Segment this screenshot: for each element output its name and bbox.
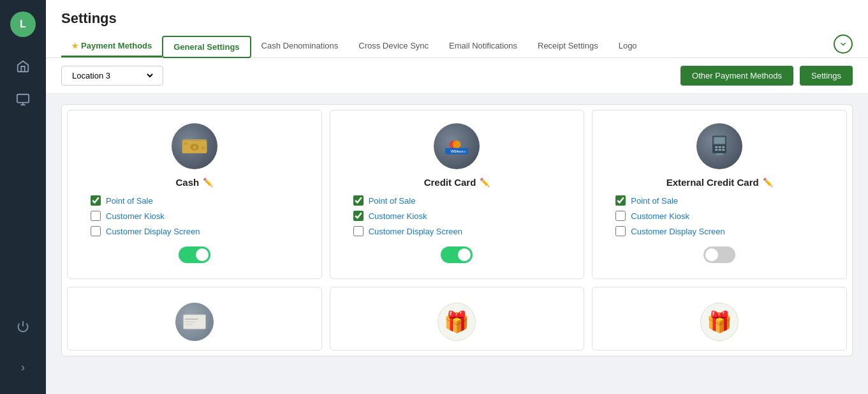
credit-card-icon: VISA AMEX [434,123,480,169]
credit-toggle-slider [441,246,473,263]
credit-toggle[interactable] [441,246,473,263]
svg-rect-9 [202,147,205,149]
card-gift1: 🎁 [330,287,585,351]
external-kiosk-input[interactable] [615,211,626,221]
svg-rect-17 [714,137,725,144]
settings-button[interactable]: Settings [800,66,853,86]
credit-kiosk-input[interactable] [353,211,364,221]
cash-icon: $ [172,123,217,169]
toolbar: Location 3 Other Payment Methods Setting… [46,58,868,94]
check-icon [175,303,214,341]
card-credit-card: VISA AMEX Credit Card ✏️ Point of Sale [330,110,585,279]
credit-kiosk-checkbox[interactable]: Customer Kiosk [353,211,574,221]
credit-display-input[interactable] [353,226,364,236]
cash-display-checkbox[interactable]: Customer Display Screen [91,226,311,236]
external-pos-input[interactable] [615,195,626,206]
external-credit-title: External Credit Card ✏️ [666,177,773,188]
cards-grid: $ Cash ✏️ Point of Sale [67,110,847,279]
credit-checkboxes: Point of Sale Customer Kiosk Customer Di… [341,195,574,236]
sidebar: L › [0,0,46,394]
external-checkboxes: Point of Sale Customer Kiosk Customer Di… [603,195,836,236]
external-pos-checkbox[interactable]: Point of Sale [615,195,836,206]
svg-rect-20 [722,146,725,148]
external-toggle-slider [703,246,735,263]
credit-pos-checkbox[interactable]: Point of Sale [353,195,574,206]
cash-pos-checkbox[interactable]: Point of Sale [91,195,311,206]
page-title: Settings [61,10,853,27]
cash-toggle[interactable] [179,246,210,263]
card-external-credit: External Credit Card ✏️ Point of Sale Cu… [592,110,847,279]
location-select-input[interactable]: Location 3 [70,70,155,81]
sidebar-power-icon[interactable] [11,315,34,338]
cash-pos-input[interactable] [91,195,101,206]
external-edit-icon[interactable]: ✏️ [763,178,773,187]
external-kiosk-checkbox[interactable]: Customer Kiosk [615,211,836,221]
star-icon: ★ [71,42,78,50]
location-dropdown[interactable]: Location 3 [61,66,163,86]
svg-text:AMEX: AMEX [459,150,466,153]
other-payment-methods-button[interactable]: Other Payment Methods [680,66,793,86]
tab-cash-denominations[interactable]: Cash Denominations [251,36,349,57]
sidebar-expand-icon[interactable]: › [11,356,34,379]
gift2-icon: 🎁 [700,303,739,341]
svg-text:$: $ [193,145,196,149]
svg-rect-21 [715,149,717,151]
cash-kiosk-input[interactable] [91,211,101,221]
tab-cross-device-sync[interactable]: Cross Device Sync [348,36,439,57]
tabs-bar: ★Payment Methods General Settings Cash D… [61,34,853,57]
cash-checkboxes: Point of Sale Customer Kiosk Customer Di… [78,195,311,236]
credit-pos-input[interactable] [353,195,364,206]
tab-logo[interactable]: Logo [608,36,647,57]
cash-edit-icon[interactable]: ✏️ [203,178,213,187]
external-toggle-wrap [703,246,735,266]
bottom-cards-row: 🎁 🎁 [67,287,847,351]
cash-toggle-slider [179,246,210,263]
tab-email-notifications[interactable]: Email Notifications [439,36,527,57]
gift1-icon: 🎁 [438,303,476,341]
credit-card-title: Credit Card ✏️ [424,177,490,188]
dropdown-circle-button[interactable] [834,34,853,54]
svg-rect-23 [722,149,725,151]
tab-general-settings[interactable]: General Settings [162,36,251,58]
svg-rect-8 [184,143,188,145]
svg-text:VISA: VISA [451,149,459,153]
svg-rect-0 [17,95,29,103]
svg-rect-24 [716,153,723,155]
credit-toggle-wrap [441,246,473,266]
content-area: $ Cash ✏️ Point of Sale [46,94,868,394]
card-check [67,287,322,351]
external-display-input[interactable] [615,226,626,236]
external-credit-icon [696,123,742,169]
tab-receipt-settings[interactable]: Receipt Settings [527,36,608,57]
avatar[interactable]: L [10,11,36,37]
svg-point-11 [453,140,460,148]
credit-edit-icon[interactable]: ✏️ [480,178,490,187]
cash-card-title: Cash ✏️ [175,177,213,188]
external-toggle[interactable] [703,246,735,263]
svg-rect-22 [719,149,721,151]
cash-display-input[interactable] [91,226,101,236]
credit-display-checkbox[interactable]: Customer Display Screen [353,226,574,236]
main-content: Settings ★Payment Methods General Settin… [46,0,868,394]
cash-kiosk-checkbox[interactable]: Customer Kiosk [91,211,311,221]
external-display-checkbox[interactable]: Customer Display Screen [615,226,836,236]
card-cash: $ Cash ✏️ Point of Sale [67,110,322,279]
tab-payment-methods[interactable]: ★Payment Methods [61,36,162,57]
sidebar-monitor-icon[interactable] [11,88,34,111]
card-gift2: 🎁 [592,287,847,351]
svg-rect-18 [715,146,717,148]
toolbar-right: Other Payment Methods Settings [680,66,853,86]
svg-rect-19 [719,146,721,148]
header: Settings ★Payment Methods General Settin… [46,0,868,58]
sidebar-home-icon[interactable] [11,55,34,78]
cards-container: $ Cash ✏️ Point of Sale [61,104,853,356]
cash-toggle-wrap [179,246,210,266]
